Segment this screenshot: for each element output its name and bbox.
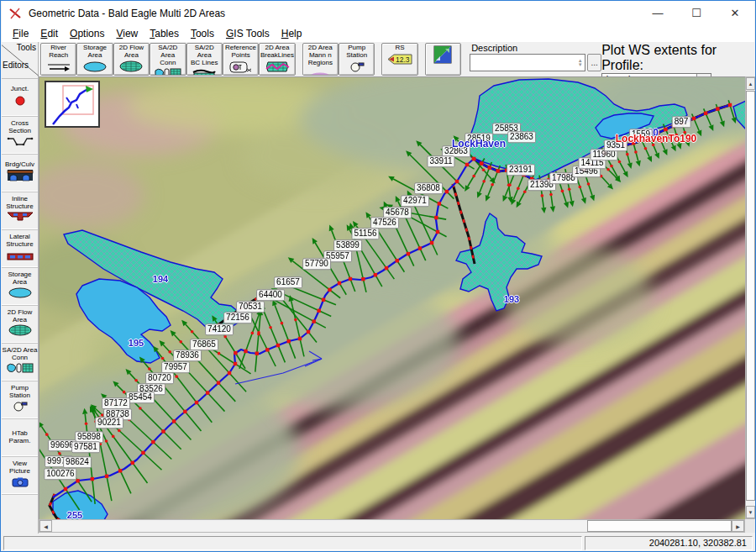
2d-flow-area-button[interactable]: 2D Flow Area [113,43,150,76]
tools-editors-header: Tools Editors [2,42,38,79]
overview-minimap [45,81,100,128]
menu-edit[interactable]: Edit [34,26,64,41]
cross-section-label: Cross Section [8,120,31,135]
htab-param-label: HTab Param. [9,430,31,445]
cross-section-icon [7,135,34,150]
description-group: Description ▲▼ ... [470,43,601,76]
horizontal-scroll-thumb[interactable] [587,520,732,532]
storage-area-label: Storage Area [83,45,107,60]
pump-station-icon [11,400,29,415]
view-picture-label: View Picture [9,460,30,476]
storage-area-button[interactable]: Storage Area [76,43,113,76]
minimize-button[interactable]: — [638,1,677,25]
scroll-right-icon[interactable]: ▶ [732,520,744,532]
description-ellipsis-button[interactable]: ... [587,54,601,71]
sa-2d-area-bc-lines-label: SA/2D Area BC Lines [187,45,222,66]
geometry-map[interactable] [39,77,745,519]
sa2d-bc-icon [192,67,217,76]
editors-label: Editors [3,60,29,70]
pump-station-button[interactable]: Pump Station [339,43,375,76]
reference-points-label: Reference Points [225,45,256,60]
editor-cross-section-button[interactable]: Cross Section [2,117,38,155]
reference-points-button[interactable]: Reference Points [223,43,259,76]
2d-area-breaklines-label: 2D Area BreakLines [260,45,294,60]
scroll-left-icon[interactable]: ◀ [39,520,52,532]
lateral-structure-label: Lateral Structure [6,234,33,249]
close-button[interactable]: ✕ [716,1,754,25]
editor-storage-area-button[interactable]: Storage Area [2,268,38,306]
scroll-down-icon[interactable]: ▼ [746,506,755,518]
2d-area-breaklines-button[interactable]: 2D Area BreakLines [259,43,295,76]
svg-text:12.3: 12.3 [396,55,410,64]
pump-station-label: Pump Station [346,45,367,60]
status-bar: 2040281.10, 320382.81 [2,534,754,551]
editor-inline-structure-button[interactable]: Inline Structure [2,192,38,230]
lateral-structure-icon [7,249,34,264]
pump-station-label: Pump Station [9,385,30,400]
menu-view[interactable]: View [110,26,144,41]
cursor-coordinates: 2040281.10, 320382.81 [585,536,753,550]
editor-2d-flow-area-button[interactable]: 2D Flow Area [2,306,38,344]
sa2d-conn-icon [155,67,181,76]
view-picture-icon [12,476,29,491]
flow-area-2d-icon [118,60,144,76]
vertical-scrollbar[interactable]: ▲ ▼ [745,76,756,519]
breaklines-icon [265,60,290,76]
2d-area-mann-n-regions-button[interactable]: 2D Area Mann n Regions [302,43,339,76]
editor-pump-station-button[interactable]: Pump Station [2,381,38,419]
profile-label: Plot WS extents for Profile: [601,43,749,73]
editor-sa-2d-area-conn-button[interactable]: SA/2D Area Conn [2,344,38,381]
gis-map-icon [433,45,452,67]
2d-area-mann-n-regions-label: 2D Area Mann n Regions [308,45,333,66]
menu-gis-tools[interactable]: GIS Tools [220,26,276,41]
menu-bar: FileEditOptionsViewTablesToolsGIS ToolsH… [2,25,754,42]
north-arrow-icon [86,86,93,92]
2d-flow-area-label: 2D Flow Area [119,45,144,60]
rs-icon: 12.3 [386,53,413,69]
editor-htab-param-button[interactable]: HTab Param. [2,419,38,457]
editor-brdg-culv-button[interactable]: Brdg/Culv [2,155,38,192]
editor-lateral-structure-button[interactable]: Lateral Structure [2,230,38,268]
window-title: Geometric Data - Bald Eagle Multi 2D Are… [29,8,225,19]
sa-2d-area-conn-button[interactable]: SA/2D Area Conn [150,43,186,76]
horizontal-scrollbar[interactable]: ◀ ▶ [39,519,745,533]
editor-junct-button[interactable]: Junct. [2,79,38,117]
river-reach-label: River Reach [49,45,68,60]
mann-regions-icon [309,67,331,76]
map-canvas[interactable]: 1908971559258532386328519328633391136808… [39,76,745,519]
maximize-button[interactable]: ☐ [677,1,716,25]
menu-tables[interactable]: Tables [144,26,185,41]
app-icon [8,7,24,20]
rs-button[interactable]: RS12.3 [381,43,417,76]
menu-file[interactable]: File [7,26,34,41]
menu-tools[interactable]: Tools [185,26,220,41]
vertical-scroll-thumb[interactable] [746,91,755,501]
inline-structure-icon [7,211,34,226]
scroll-up-icon[interactable]: ▲ [746,77,755,90]
junct-label: Junct. [11,86,29,93]
description-label: Description [471,43,601,53]
sa2d-conn-icon [7,362,34,377]
menu-options[interactable]: Options [64,26,110,41]
editor-sidebar: Tools Editors Junct.Cross SectionBrdg/Cu… [2,42,39,534]
description-spinner[interactable]: ▲▼ [575,54,585,71]
sa-2d-area-conn-label: SA/2D Area Conn [3,347,38,362]
description-input[interactable] [470,54,585,71]
junction-icon [14,94,26,109]
2d-flow-area-label: 2D Flow Area [8,309,32,324]
tools-label: Tools [17,43,36,52]
inline-structure-label: Inline Structure [6,196,33,211]
river-reach-button[interactable]: River Reach [40,43,76,76]
status-message-panel [3,536,582,550]
editor-view-picture-button[interactable]: View Picture [2,457,38,495]
menu-help[interactable]: Help [276,26,308,41]
title-bar: Geometric Data - Bald Eagle Multi 2D Are… [2,1,754,25]
toolbar: River ReachStorage Area2D Flow AreaSA/2D… [39,42,754,76]
geometric-data-window: Geometric Data - Bald Eagle Multi 2D Are… [0,0,756,552]
sa-2d-area-conn-label: SA/2D Area Conn [150,45,185,66]
river-reach-icon [46,60,71,76]
reference-points-icon [228,60,254,76]
sa-2d-area-bc-lines-button[interactable]: SA/2D Area BC Lines [186,43,223,76]
storage-area-label: Storage Area [8,271,31,287]
gis-profile-button[interactable] [425,43,461,76]
